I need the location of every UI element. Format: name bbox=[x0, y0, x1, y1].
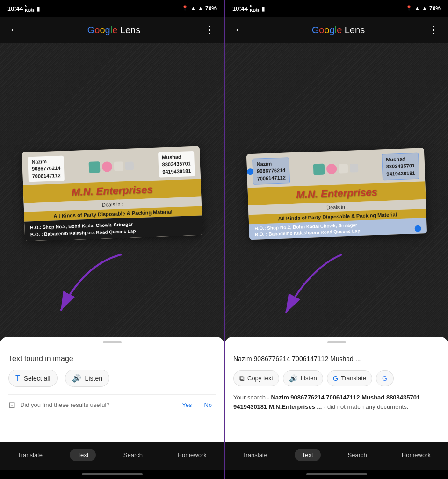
nav-translate-left[interactable]: Translate bbox=[10, 449, 50, 461]
listen-label-left: Listen bbox=[85, 375, 102, 382]
copy-icon: ⧉ bbox=[239, 374, 245, 383]
more-button-right[interactable]: ⋮ bbox=[425, 20, 442, 40]
status-right-right: 📍 ▲ ▲ 76% bbox=[405, 5, 441, 12]
wifi-icon: ▲ bbox=[190, 5, 196, 12]
business-card-right: Nazim 9086776214 7006147112 bbox=[246, 148, 426, 240]
signal-icon-right: ▲ bbox=[422, 5, 427, 12]
bottom-nav-left: Translate Text Search Homework bbox=[0, 442, 224, 470]
top-bar-left: ← Google Lens ⋮ bbox=[0, 17, 224, 43]
wifi-icon-right: ▲ bbox=[414, 5, 420, 12]
nav-homework-right[interactable]: Homework bbox=[394, 449, 438, 461]
header-title-left: Google Lens bbox=[27, 25, 201, 36]
listen-button-right[interactable]: 🔊 Listen bbox=[283, 370, 323, 386]
select-all-icon: T bbox=[15, 374, 20, 383]
action-row-right: ⧉ Copy text 🔊 Listen G Translate G bbox=[233, 370, 440, 386]
battery-icon-right: ▮ bbox=[261, 5, 265, 12]
top-bar-right: ← Google Lens ⋮ bbox=[225, 17, 448, 43]
search-suffix: - did not match any documents. bbox=[324, 403, 408, 410]
camera-view-left: Nazim 9086776214 7006147112 bbox=[0, 43, 224, 348]
person2-left: Mushad 8803435701 9419430181 bbox=[158, 151, 195, 178]
status-left-right: 10:44 6KB/s ▮ bbox=[232, 4, 265, 13]
google-icon: G bbox=[382, 374, 388, 382]
header-title-right: Google Lens bbox=[252, 25, 425, 36]
right-panel: 10:44 6KB/s ▮ 📍 ▲ ▲ 76% ← Google Lens ⋮ bbox=[224, 0, 448, 479]
battery-pct-left: 76% bbox=[205, 5, 217, 12]
bottom-nav-right: Translate Text Search Homework bbox=[225, 442, 448, 470]
sheet-handle-left bbox=[0, 337, 224, 348]
blue-dot-left bbox=[247, 168, 253, 175]
feedback-row: ⊡ Did you find these results useful? Yes… bbox=[8, 394, 216, 415]
listen-button-left[interactable]: 🔊 Listen bbox=[65, 370, 109, 387]
feedback-yes-button[interactable]: Yes bbox=[178, 399, 195, 410]
feedback-icon: ⊡ bbox=[8, 400, 15, 410]
copy-text-button[interactable]: ⧉ Copy text bbox=[233, 370, 279, 386]
nav-translate-right[interactable]: Translate bbox=[235, 449, 275, 461]
action-row-left: T Select all 🔊 Listen bbox=[8, 370, 216, 387]
nav-search-left[interactable]: Search bbox=[116, 449, 150, 461]
bottom-sheet-right: Nazim 9086776214 7006147112 Mushad ... ⧉… bbox=[225, 348, 448, 442]
status-left: 10:44 5KB/s ▮ bbox=[7, 4, 40, 13]
status-right-left: 📍 ▲ ▲ 76% bbox=[181, 5, 217, 12]
listen-label-right: Listen bbox=[301, 375, 317, 382]
status-bar-right: 10:44 6KB/s ▮ 📍 ▲ ▲ 76% bbox=[225, 0, 448, 17]
bottom-sheet-left: Text found in image T Select all 🔊 Liste… bbox=[0, 348, 224, 442]
home-indicator-left bbox=[0, 470, 224, 479]
left-panel: 10:44 5KB/s ▮ 📍 ▲ ▲ 76% ← Google Lens ⋮ bbox=[0, 0, 224, 479]
copy-text-label: Copy text bbox=[247, 375, 273, 382]
search-prefix: Your search - bbox=[233, 394, 271, 401]
text-preview: Nazim 9086776214 7006147112 Mushad ... bbox=[233, 355, 440, 364]
search-results: Your search - Nazim 9086776214 700614711… bbox=[233, 393, 440, 413]
person2-right: Mushad 8803435701 9419430181 bbox=[381, 153, 419, 181]
kb-right: 6KB/s bbox=[250, 4, 260, 13]
found-text-label: Text found in image bbox=[8, 355, 216, 363]
blue-dot-right bbox=[414, 225, 421, 232]
person1-right: Nazim 9086776214 7006147112 bbox=[252, 157, 290, 185]
translate-button-right[interactable]: G Translate bbox=[327, 370, 372, 386]
status-bar-left: 10:44 5KB/s ▮ 📍 ▲ ▲ 76% bbox=[0, 0, 224, 17]
back-button-right[interactable]: ← bbox=[231, 20, 248, 40]
kb-left: 5KB/s bbox=[25, 4, 35, 13]
business-card-left: Nazim 9086776214 7006147112 bbox=[22, 146, 202, 241]
camera-view-right: Nazim 9086776214 7006147112 bbox=[225, 43, 448, 348]
location-icon: 📍 bbox=[181, 5, 188, 12]
sheet-handle-right bbox=[225, 337, 448, 348]
translate-label-right: Translate bbox=[341, 375, 366, 382]
person1-left: Nazim 9086776214 7006147112 bbox=[28, 156, 65, 182]
signal-icon: ▲ bbox=[198, 5, 203, 12]
select-all-button[interactable]: T Select all bbox=[8, 370, 58, 387]
more-button-left[interactable]: ⋮ bbox=[201, 20, 218, 40]
nav-text-right[interactable]: Text bbox=[295, 449, 321, 461]
listen-icon-left: 🔊 bbox=[72, 374, 81, 383]
listen-icon-right: 🔊 bbox=[289, 374, 298, 383]
select-all-label: Select all bbox=[24, 375, 51, 382]
nav-text-left[interactable]: Text bbox=[70, 449, 96, 461]
battery-icon-left: ▮ bbox=[36, 5, 40, 12]
feedback-no-button[interactable]: No bbox=[200, 399, 216, 410]
feedback-text: Did you find these results useful? bbox=[20, 401, 173, 408]
back-button-left[interactable]: ← bbox=[6, 20, 23, 40]
translate-icon: G bbox=[333, 374, 339, 382]
battery-pct-right: 76% bbox=[429, 5, 441, 12]
location-icon-right: 📍 bbox=[405, 5, 412, 12]
time-left: 10:44 bbox=[7, 5, 23, 12]
time-right: 10:44 bbox=[232, 5, 248, 12]
home-indicator-right bbox=[225, 470, 448, 479]
nav-homework-left[interactable]: Homework bbox=[170, 449, 214, 461]
nav-search-right[interactable]: Search bbox=[340, 449, 375, 461]
google-search-button[interactable]: G bbox=[376, 370, 394, 386]
